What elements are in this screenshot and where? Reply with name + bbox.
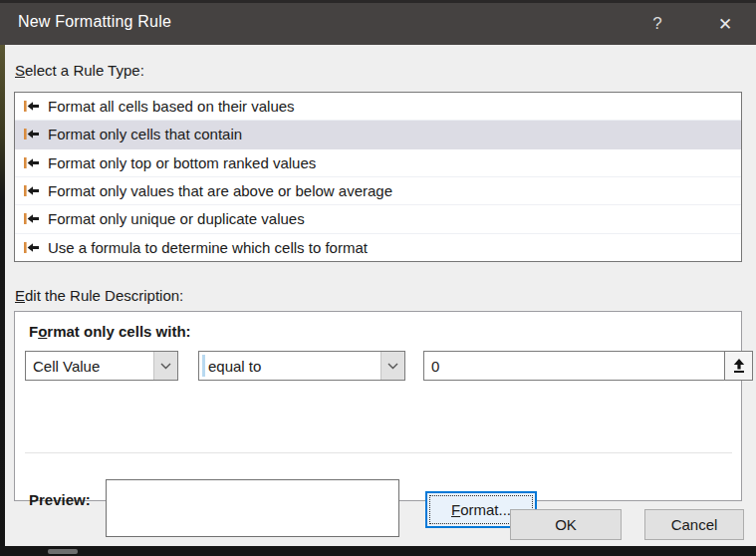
- rule-type-option-top-bottom-ranked[interactable]: Format only top or bottom ranked values: [15, 149, 741, 177]
- format-only-cells-with-label: Format only cells with:: [29, 323, 191, 340]
- dialog-titlebar[interactable]: New Formatting Rule ? ✕: [0, 0, 756, 45]
- condition-value-text: 0: [431, 358, 439, 375]
- rule-type-option-label: Format all cells based on their values: [48, 98, 295, 115]
- rule-type-option-label: Format only unique or duplicate values: [48, 210, 305, 227]
- rule-type-option-above-below-average[interactable]: Format only values that are above or bel…: [15, 177, 741, 205]
- rule-arrow-icon: [24, 213, 39, 224]
- rule-type-option-use-formula[interactable]: Use a formula to determine which cells t…: [15, 234, 741, 261]
- select-rule-type-label: Select a Rule Type:: [15, 62, 144, 79]
- close-icon: ✕: [718, 14, 732, 35]
- rule-arrow-icon: [24, 157, 39, 168]
- ok-button[interactable]: OK: [510, 509, 622, 540]
- background-artifact: [48, 549, 78, 554]
- rule-type-option-label: Format only cells that contain: [48, 126, 242, 142]
- rule-arrow-icon: [24, 185, 39, 196]
- dropdown-button[interactable]: [380, 352, 404, 380]
- condition-value-group: 0: [423, 351, 753, 381]
- chevron-down-icon: [160, 363, 171, 370]
- rule-type-option-label: Use a formula to determine which cells t…: [48, 239, 368, 256]
- cell-value-dropdown-value: Cell Value: [26, 358, 153, 375]
- rule-type-option-label: Format only top or bottom ranked values: [48, 154, 316, 171]
- rule-arrow-icon: [24, 129, 39, 139]
- rule-arrow-icon: [24, 101, 39, 112]
- rule-type-option-format-all-cells[interactable]: Format all cells based on their values: [15, 93, 741, 121]
- collapse-dialog-button[interactable]: [724, 351, 753, 381]
- rule-type-option-unique-duplicate[interactable]: Format only unique or duplicate values: [15, 205, 741, 233]
- preview-label: Preview:: [29, 491, 91, 508]
- rule-type-listbox: Format all cells based on their values F…: [14, 92, 742, 262]
- rule-type-option-label: Format only values that are above or bel…: [48, 182, 392, 199]
- close-button[interactable]: ✕: [704, 3, 746, 45]
- dialog-body: Select a Rule Type: Format all cells bas…: [5, 45, 756, 546]
- help-button[interactable]: ?: [636, 3, 678, 45]
- dropdown-button[interactable]: [153, 352, 177, 380]
- rule-type-option-format-only-cells[interactable]: Format only cells that contain: [15, 121, 741, 148]
- background-bottom-strip: [0, 546, 756, 556]
- collapse-dialog-icon: [732, 358, 746, 374]
- cell-value-dropdown[interactable]: Cell Value: [25, 351, 178, 381]
- operator-dropdown-value: equal to: [205, 358, 380, 375]
- dialog-title: New Formatting Rule: [18, 13, 171, 31]
- cancel-button[interactable]: Cancel: [644, 509, 744, 540]
- help-icon: ?: [652, 14, 661, 34]
- chevron-down-icon: [387, 363, 398, 370]
- rule-arrow-icon: [24, 242, 39, 253]
- edit-rule-description-label: Edit the Rule Description:: [15, 287, 183, 304]
- screenshot-root: New Formatting Rule ? ✕ Select a Rule Ty…: [0, 0, 756, 556]
- operator-dropdown[interactable]: equal to: [198, 351, 405, 381]
- section-divider: [25, 452, 732, 453]
- rule-description-group: Format only cells with: Cell Value equal…: [14, 311, 742, 501]
- preview-box: [106, 479, 399, 537]
- condition-value-input[interactable]: 0: [423, 351, 724, 381]
